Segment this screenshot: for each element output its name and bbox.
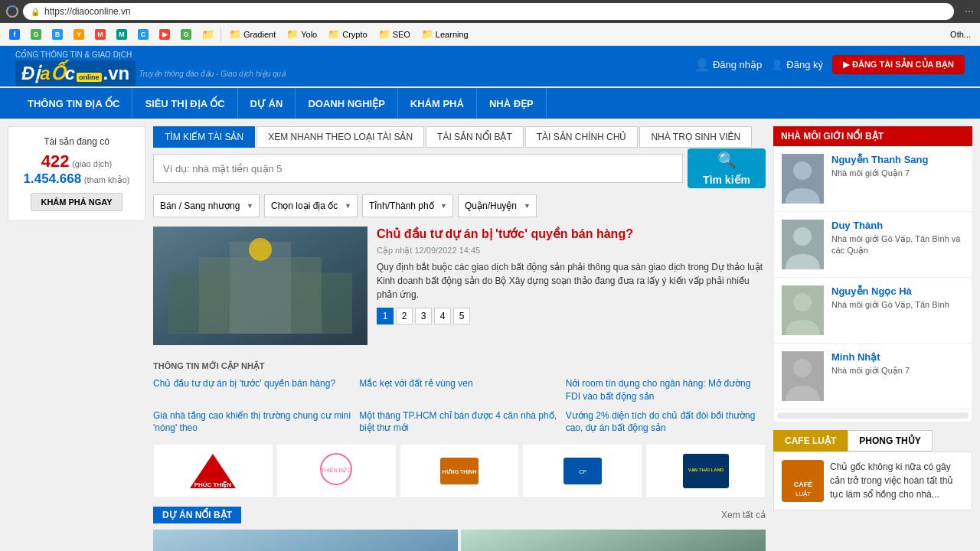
bookmark-icon: C	[138, 29, 149, 40]
folder-icon: 📁	[229, 28, 241, 40]
agent-name[interactable]: Nguyễn Thanh Sang	[831, 154, 928, 165]
featured-desc: Quy định bắt buộc các giao dịch bất động…	[377, 260, 766, 302]
bookmark-item[interactable]: M	[90, 28, 110, 41]
bookmark-crypto[interactable]: 📁 Crypto	[323, 27, 371, 41]
bookmark-yolo[interactable]: 📁 Yolo	[282, 27, 322, 41]
page-1[interactable]: 1	[377, 308, 394, 324]
bookmark-gradient[interactable]: 📁 Gradient	[224, 27, 280, 41]
view-all-link[interactable]: Xem tất cả	[721, 510, 766, 520]
sidebar-bottom-tabs: CAFE LUẬT PHONG THỦY	[773, 430, 972, 452]
bookmark-item[interactable]: ▶	[155, 28, 175, 41]
bookmark-learning[interactable]: 📁 Learning	[416, 27, 473, 41]
project-image-2[interactable]	[461, 530, 766, 551]
nav-kham-pha[interactable]: KHÁM PHÁ	[398, 88, 477, 119]
search-button[interactable]: 🔍 Tìm kiếm	[688, 148, 766, 188]
bookmark-label: Crypto	[342, 30, 367, 39]
tab-label: NHÀ TRỌ SINH VIÊN	[651, 132, 740, 142]
featured-news: Chủ đầu tư dự án bị 'tước' quyền bán hàn…	[153, 227, 766, 345]
news-item[interactable]: Nới room tín dụng cho ngân hàng: Mở đườn…	[566, 377, 766, 403]
news-item[interactable]: Vướng 2% diện tích do chủ đất đòi bồi th…	[566, 409, 766, 435]
post-asset-button[interactable]: ▶ ĐĂNG TÀI SẢN CỦA BẠN	[832, 55, 965, 74]
tab-owner[interactable]: TÀI SẢN CHÍNH CHỦ	[525, 126, 639, 148]
logo-tagline: Truyền thông đáo đầu - Giao dịch hiệu qu…	[139, 70, 286, 78]
folder-icon: 📁	[286, 28, 299, 40]
tab-phong-thuy[interactable]: PHONG THỦY	[848, 430, 932, 452]
nav-label: THÔNG TIN ĐỊA ỐC	[28, 98, 119, 109]
bookmark-item[interactable]: B	[47, 28, 67, 41]
tab-search-asset[interactable]: TÌM KIẾM TÀI SẢN	[153, 126, 255, 148]
nav-thong-tin[interactable]: THÔNG TIN ĐỊA ỐC	[15, 88, 132, 119]
nav-du-an[interactable]: DỰ ÁN	[238, 88, 296, 119]
bookmark-item[interactable]: G	[26, 28, 46, 41]
news-item[interactable]: Giá nhà tầng cao khiến thị trường chung …	[153, 409, 353, 435]
nav-nha-dep[interactable]: NHÀ ĐẸP	[477, 88, 547, 119]
tab-cafe-luat[interactable]: CAFE LUẬT	[773, 430, 848, 452]
asset-stats-title: Tài sản đang có	[18, 136, 136, 147]
partner-logo-5[interactable]: VẠN THÁI LAND	[645, 444, 766, 497]
svg-point-22	[793, 359, 812, 377]
svg-point-20	[793, 293, 812, 311]
transaction-select[interactable]: Bán / Sang nhượng Cho thuê	[153, 194, 260, 217]
news-item[interactable]: Chủ đầu tư dự án bị 'tước' quyền bán hàn…	[153, 377, 353, 403]
bookmark-icon: M	[95, 29, 106, 40]
agent-desc: Nhà môi giới Gò Vấp, Tân Bình và các Quậ…	[831, 233, 964, 257]
agent-name[interactable]: Nguyễn Ngọc Hà	[831, 285, 949, 297]
nav-doanh-nghiep[interactable]: DOANH NGHIỆP	[296, 88, 397, 119]
logo-c: c	[65, 63, 75, 84]
header-title: CỔNG THÔNG TIN & GIAO DỊCH	[15, 51, 132, 59]
bookmark-item[interactable]: M	[112, 28, 132, 41]
pagination: 1 2 3 4 5	[377, 308, 766, 324]
page-4[interactable]: 4	[434, 308, 451, 324]
count-secondary-number: 1.454.668	[24, 171, 82, 186]
login-link[interactable]: 👤 Đăng nhập	[694, 57, 762, 72]
bookmark-item[interactable]: 📁	[198, 28, 217, 41]
featured-title[interactable]: Chủ đầu tư dự án bị 'tước' quyền bán hàn…	[377, 227, 766, 243]
agent-info: Nguyễn Thanh Sang Nhà môi giới Quận 7	[831, 154, 928, 179]
agent-item: Nguyễn Ngọc Hà Nhà môi giới Gò Vấp, Tân …	[774, 278, 972, 344]
folder-icon: 📁	[378, 28, 390, 40]
tab-featured[interactable]: TÀI SẢN NỔI BẬT	[426, 126, 524, 148]
search-icon: 🔍	[717, 151, 737, 169]
explore-button[interactable]: KHÁM PHÁ NGAY	[31, 193, 122, 211]
project-image-1[interactable]	[153, 530, 458, 551]
partner-logo-1[interactable]: PHÚC THIỆN	[153, 444, 273, 497]
partner-logo-4[interactable]: CP	[522, 444, 642, 497]
news-item[interactable]: Mắc kẹt với đất rẻ vùng ven	[359, 377, 559, 403]
type-select[interactable]: Chọn loại địa ốc Nhà phố Căn hộ Đất nền	[264, 194, 358, 217]
bookmark-facebook[interactable]: f	[5, 28, 24, 41]
tab-student[interactable]: NHÀ TRỌ SINH VIÊN	[639, 126, 752, 148]
bookmark-other[interactable]: Oth...	[946, 28, 975, 41]
register-link[interactable]: 👤 Đăng ký	[771, 59, 823, 70]
page-5[interactable]: 5	[453, 308, 470, 324]
asset-count-main: 422 (giao dịch)	[18, 152, 136, 171]
bookmark-label: SEO	[393, 30, 410, 39]
district-select[interactable]: Quận/Huyện Quận 1 Quận 2	[458, 194, 537, 217]
partner-logo-3[interactable]: HƯNG THỊNH	[400, 444, 520, 497]
agent-item: Nguyễn Thanh Sang Nhà môi giới Quận 7	[774, 146, 972, 212]
nav-sieu-thi[interactable]: SIÊU THỊ ĐỊA ỐC	[132, 88, 237, 119]
featured-image	[153, 227, 368, 345]
svg-text:CAFÉ: CAFÉ	[793, 481, 812, 488]
projects-header: DỰ ÁN NỔI BẬT Xem tất cả	[153, 507, 766, 523]
browser-controls: ⋯	[965, 6, 974, 17]
bookmark-icon: 📁	[202, 29, 213, 40]
bookmarks-bar: f G B Y M M C ▶ G 📁 📁 Gradient 📁 Yolo 📁 …	[0, 23, 980, 46]
bookmark-item[interactable]: C	[133, 28, 153, 41]
tab-quick-view[interactable]: XEM NHANH THEO LOẠI TÀI SẢN	[256, 126, 424, 148]
province-select[interactable]: Tỉnh/Thành phố Hà Nội TP.HCM	[362, 194, 453, 217]
agent-name[interactable]: Duy Thành	[831, 220, 964, 231]
partner-logo-2[interactable]: THIÊN ĐỨC	[276, 444, 397, 497]
search-input[interactable]	[153, 154, 683, 183]
bookmark-seo[interactable]: 📁 SEO	[374, 27, 415, 41]
page-3[interactable]: 3	[415, 308, 432, 324]
news-item[interactable]: Một tháng TP.HCM chỉ bán được 4 căn nhà …	[359, 409, 559, 435]
address-bar[interactable]: 🔒 https://diaoconline.vn	[23, 3, 954, 20]
featured-image-svg	[153, 227, 368, 345]
svg-text:THIÊN ĐỨC: THIÊN ĐỨC	[322, 467, 351, 473]
asset-stats: Tài sản đang có 422 (giao dịch) 1.454.66…	[8, 126, 145, 221]
bookmark-item[interactable]: G	[176, 28, 196, 41]
bookmark-item[interactable]: Y	[69, 28, 89, 41]
agent-name[interactable]: Minh Nhật	[831, 351, 910, 363]
page-2[interactable]: 2	[396, 308, 413, 324]
logo-svg: PHÚC THIỆN	[186, 450, 240, 492]
